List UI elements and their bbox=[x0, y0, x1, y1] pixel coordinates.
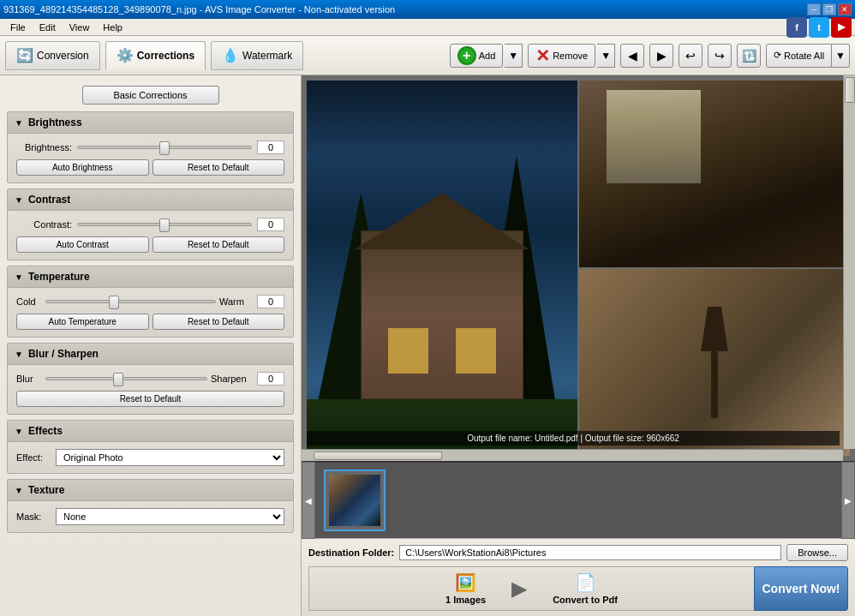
composite-image bbox=[307, 81, 850, 456]
conversion-tab-label: Conversion bbox=[37, 50, 89, 62]
reset-temperature-button[interactable]: Reset to Default bbox=[152, 314, 285, 330]
vertical-scrollbar[interactable] bbox=[843, 75, 855, 449]
nav-forward-button[interactable]: ▶ bbox=[649, 44, 673, 68]
rotate-all-button[interactable]: ⟳ Rotate All bbox=[766, 44, 832, 68]
reset-blur-sharpen-button[interactable]: Reset to Default bbox=[16, 391, 284, 407]
add-group: + Add ▼ bbox=[450, 44, 523, 68]
effects-header[interactable]: ▼ Effects bbox=[8, 421, 293, 442]
contrast-header[interactable]: ▼ Contrast bbox=[8, 189, 293, 211]
temperature-header[interactable]: ▼ Temperature bbox=[8, 266, 293, 288]
dest-folder-input[interactable] bbox=[399, 545, 781, 560]
restore-btn[interactable]: ❐ bbox=[822, 3, 836, 15]
images-section: 🖼️ 1 Images bbox=[445, 572, 486, 605]
pdf-icon: 📄 bbox=[575, 572, 596, 593]
convert-to-label: Convert to Pdf bbox=[553, 595, 618, 605]
nav-back-button[interactable]: ◀ bbox=[620, 44, 644, 68]
add-button[interactable]: + Add bbox=[450, 44, 504, 68]
images-label: 1 Images bbox=[445, 595, 486, 605]
window-light bbox=[607, 90, 702, 183]
auto-temperature-button[interactable]: Auto Temperature bbox=[16, 314, 149, 330]
v-scroll-thumb[interactable] bbox=[845, 77, 855, 103]
contrast-title: Contrast bbox=[28, 194, 70, 206]
basic-corrections-button[interactable]: Basic Corrections bbox=[82, 86, 219, 105]
facebook-icon[interactable]: f bbox=[786, 17, 807, 38]
temperature-track[interactable] bbox=[45, 300, 216, 303]
preview-cell-3 bbox=[579, 269, 850, 456]
refresh-button[interactable]: 🔃 bbox=[737, 44, 761, 68]
nav-last-button[interactable]: ↪ bbox=[708, 44, 732, 68]
reset-brightness-button[interactable]: Reset to Default bbox=[152, 159, 285, 176]
contrast-track[interactable] bbox=[77, 223, 252, 226]
thumb-nav-right[interactable]: ▶ bbox=[841, 462, 855, 539]
images-icon: 🖼️ bbox=[455, 572, 476, 593]
left-panel: Basic Corrections ▼ Brightness Brightnes… bbox=[0, 75, 302, 616]
tab-watermark[interactable]: 💧 Watermark bbox=[211, 41, 303, 70]
effect-select[interactable]: Original Photo Black & White Sepia Negat… bbox=[56, 449, 284, 466]
temperature-content: Cold Warm Auto Temperature Reset to Defa… bbox=[8, 288, 293, 337]
auto-contrast-button[interactable]: Auto Contrast bbox=[16, 236, 149, 253]
person-silhouette bbox=[681, 307, 749, 419]
reset-contrast-button[interactable]: Reset to Default bbox=[152, 236, 285, 253]
auto-brightness-button[interactable]: Auto Brightness bbox=[16, 159, 149, 176]
preview-cell-1 bbox=[579, 81, 850, 267]
effects-arrow-icon: ▼ bbox=[15, 427, 23, 436]
add-dropdown[interactable]: ▼ bbox=[505, 44, 523, 68]
texture-header[interactable]: ▼ Texture bbox=[8, 480, 293, 501]
contrast-arrow-icon: ▼ bbox=[15, 195, 23, 205]
twitter-icon[interactable]: t bbox=[809, 17, 829, 38]
blur-sharpen-header[interactable]: ▼ Blur / Sharpen bbox=[8, 344, 293, 365]
tab-conversion[interactable]: 🔄 Conversion bbox=[5, 41, 100, 70]
temperature-slider-row: Cold Warm bbox=[16, 295, 284, 308]
horizontal-scrollbar[interactable] bbox=[302, 449, 843, 461]
output-info-overlay: Output file name: Untitled.pdf | Output … bbox=[307, 431, 840, 446]
temperature-value[interactable] bbox=[257, 295, 284, 308]
contrast-slider-label: Contrast: bbox=[16, 219, 72, 230]
blur-sharpen-btn-row: Reset to Default bbox=[16, 391, 284, 407]
cell3-overlay bbox=[579, 269, 850, 456]
blur-sharpen-value[interactable] bbox=[257, 372, 284, 386]
brightness-value[interactable] bbox=[257, 141, 284, 154]
blur-sharpen-section: ▼ Blur / Sharpen Blur Sharpen Reset to D… bbox=[7, 343, 294, 415]
menu-edit[interactable]: Edit bbox=[33, 21, 63, 34]
house-window-1 bbox=[388, 328, 428, 374]
temperature-thumb[interactable] bbox=[109, 296, 119, 309]
window-controls: ─ ❐ ✕ bbox=[807, 3, 852, 15]
remove-dropdown[interactable]: ▼ bbox=[597, 44, 615, 68]
convert-to-section: 📄 Convert to Pdf bbox=[553, 572, 618, 605]
menu-help[interactable]: Help bbox=[96, 21, 129, 34]
browse-button[interactable]: Browse... bbox=[786, 544, 848, 561]
convert-info: 🖼️ 1 Images ▶ 📄 Convert to Pdf bbox=[308, 566, 754, 611]
h-scroll-thumb[interactable] bbox=[314, 452, 442, 460]
convert-arrow-icon: ▶ bbox=[503, 577, 535, 601]
convert-row: 🖼️ 1 Images ▶ 📄 Convert to Pdf Convert N… bbox=[308, 566, 848, 611]
brightness-slider-row: Brightness: bbox=[16, 141, 284, 154]
warm-label: Warm bbox=[219, 296, 254, 307]
blur-sharpen-thumb[interactable] bbox=[113, 373, 123, 386]
thumbnail-strip: ◀ ▶ bbox=[302, 461, 855, 538]
contrast-thumb[interactable] bbox=[159, 218, 170, 232]
blur-sharpen-track[interactable] bbox=[45, 377, 207, 380]
remove-group: ✕ Remove ▼ bbox=[528, 44, 615, 68]
corrections-tab-icon: ⚙️ bbox=[117, 47, 134, 63]
contrast-slider-row: Contrast: bbox=[16, 218, 284, 231]
mask-select[interactable]: None Bricks Canvas bbox=[56, 508, 284, 525]
right-panel: Output file name: Untitled.pdf | Output … bbox=[302, 75, 855, 616]
thumb-nav-left[interactable]: ◀ bbox=[302, 462, 315, 539]
brightness-thumb[interactable] bbox=[159, 141, 170, 155]
rotate-dropdown[interactable]: ▼ bbox=[832, 44, 850, 68]
minimize-btn[interactable]: ─ bbox=[807, 3, 821, 15]
mask-row: Mask: None Bricks Canvas bbox=[16, 508, 284, 525]
menu-file[interactable]: File bbox=[3, 21, 33, 34]
youtube-icon[interactable]: ▶ bbox=[831, 17, 852, 38]
close-btn[interactable]: ✕ bbox=[838, 3, 852, 15]
brightness-header[interactable]: ▼ Brightness bbox=[8, 112, 293, 134]
menu-view[interactable]: View bbox=[63, 21, 97, 34]
remove-button[interactable]: ✕ Remove bbox=[528, 44, 595, 68]
thumbnail-1[interactable] bbox=[324, 469, 386, 531]
contrast-value[interactable] bbox=[257, 218, 284, 231]
brightness-track[interactable] bbox=[77, 146, 252, 149]
tab-corrections[interactable]: ⚙️ Corrections bbox=[105, 41, 206, 70]
nav-first-button[interactable]: ↩ bbox=[679, 44, 703, 68]
convert-now-button[interactable]: Convert Now! bbox=[754, 566, 848, 611]
rotate-icon: ⟳ bbox=[774, 50, 781, 61]
